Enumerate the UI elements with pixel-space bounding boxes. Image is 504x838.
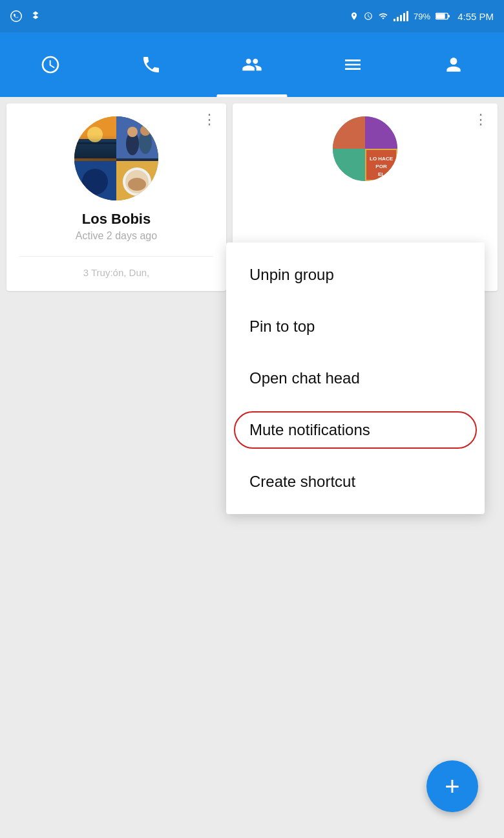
fab-button[interactable]: + — [426, 760, 478, 812]
dropbox-icon — [30, 10, 41, 22]
svg-point-11 — [127, 127, 138, 137]
chat-name: Los Bobis — [82, 211, 151, 228]
menu-item-pin-to-top[interactable]: Pin to top — [226, 301, 485, 352]
more-options-dots-second[interactable]: ⋮ — [474, 113, 488, 127]
svg-rect-3 — [436, 14, 445, 18]
menu-item-create-shortcut[interactable]: Create shortcut — [226, 456, 485, 508]
status-bar: 79% 4:55 PM — [0, 0, 504, 32]
svg-point-18 — [128, 178, 146, 191]
svg-rect-20 — [333, 116, 365, 149]
svg-rect-4 — [74, 116, 116, 158]
chat-active-status: Active 2 days ago — [76, 230, 157, 242]
menu-item-open-chat-head[interactable]: Open chat head — [226, 352, 485, 404]
avatar-q3 — [74, 161, 116, 200]
nav-item-recent[interactable] — [0, 32, 101, 97]
svg-point-0 — [11, 11, 22, 22]
phone-icon — [141, 54, 162, 75]
more-options-dots[interactable]: ⋮ — [202, 113, 217, 127]
avatar-q4 — [116, 161, 158, 200]
svg-point-14 — [82, 169, 108, 195]
person-icon — [443, 54, 464, 75]
chat-card-losbobis[interactable]: ⋮ — [6, 103, 226, 291]
svg-rect-22 — [333, 149, 365, 181]
battery-icon — [436, 12, 450, 20]
status-icons-right: 79% 4:55 PM — [350, 11, 494, 22]
clock-icon — [40, 54, 61, 75]
whatsapp-icon — [10, 10, 22, 22]
card-divider — [19, 256, 213, 257]
location-icon — [350, 12, 359, 21]
second-group-avatar: LO HACE POR EL — [333, 116, 397, 181]
mute-notifications-label: Mute notifications — [249, 421, 370, 438]
nav-item-calls[interactable] — [101, 32, 202, 97]
svg-text:POR: POR — [375, 164, 387, 169]
nav-bar — [0, 32, 504, 97]
svg-rect-21 — [365, 116, 397, 149]
time-display: 4:55 PM — [457, 11, 494, 22]
battery-percent: 79% — [414, 12, 430, 21]
nav-item-groups[interactable] — [202, 32, 302, 97]
wifi-icon — [378, 12, 388, 21]
svg-rect-7 — [74, 142, 116, 144]
menu-item-unpin-group[interactable]: Unpin group — [226, 249, 485, 301]
nav-item-messages[interactable] — [302, 32, 403, 97]
signal-icon — [394, 11, 408, 21]
alarm-icon — [364, 12, 373, 21]
chat-preview: 3 Truy:ón, Dun, — [83, 267, 150, 278]
nav-item-profile[interactable] — [403, 32, 504, 97]
avatar-q2 — [116, 116, 158, 161]
context-menu: Unpin group Pin to top Open chat head Mu… — [226, 242, 485, 514]
svg-text:LO HACE: LO HACE — [370, 156, 394, 162]
fab-plus-icon: + — [445, 773, 459, 799]
people-icon — [242, 54, 262, 75]
avatar-q1 — [74, 116, 116, 161]
svg-rect-5 — [74, 139, 116, 158]
status-icons-left — [10, 10, 41, 22]
group-avatar — [74, 116, 158, 200]
menu-item-mute-notifications[interactable]: Mute notifications — [226, 404, 485, 456]
svg-point-12 — [140, 125, 151, 136]
main-content: ⋮ — [0, 97, 504, 838]
list-icon — [342, 54, 363, 75]
svg-text:EL: EL — [378, 171, 384, 177]
svg-point-6 — [87, 127, 103, 142]
svg-rect-2 — [448, 15, 450, 17]
